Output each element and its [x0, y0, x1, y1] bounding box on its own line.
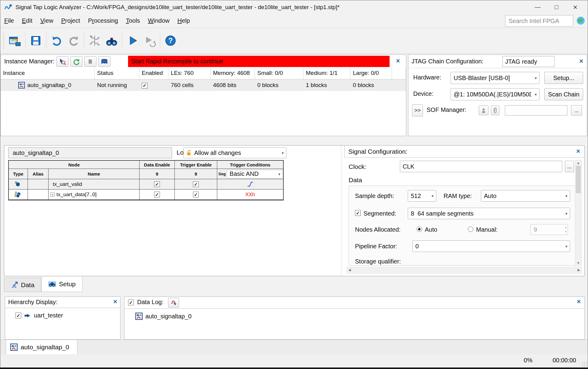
hierarchy-title: Hierarchy Display: — [8, 299, 57, 306]
menu-edit[interactable]: Edit — [18, 14, 36, 28]
sof-browse-button[interactable]: ... — [571, 105, 582, 116]
run-analysis-button[interactable] — [124, 31, 141, 50]
chevron-down-icon: ▾ — [565, 244, 567, 249]
clock-field[interactable]: CLK — [400, 161, 562, 172]
menu-tools[interactable]: Tools — [122, 14, 144, 28]
undo-button[interactable] — [48, 31, 65, 50]
minimize-button[interactable]: — — [528, 0, 547, 14]
ram-type-select[interactable]: Auto ▾ — [481, 190, 570, 202]
run-usage-analysis-button[interactable] — [56, 56, 69, 67]
menu-file[interactable]: File — [0, 14, 18, 28]
close-button[interactable]: × — [566, 0, 585, 14]
resize-grip[interactable] — [582, 361, 586, 366]
lock-mode-select[interactable]: Allow all changes ▾ — [183, 147, 286, 158]
menu-view[interactable]: View — [36, 14, 57, 28]
manual-count-spinner[interactable]: 9 ▴ ▾ — [530, 224, 568, 235]
tab-data[interactable]: Data — [4, 278, 41, 292]
instance-table-row[interactable]: auto_signaltap_0 Not running ✓ 760 cells… — [1, 79, 406, 91]
signal-config-close-icon[interactable]: × — [576, 148, 580, 155]
jtag-panel-close-icon[interactable]: × — [579, 58, 583, 65]
node-header: Node — [9, 161, 140, 169]
segmented-select[interactable]: 8 64 sample segments ▾ — [408, 208, 570, 219]
alias-cell[interactable] — [28, 179, 49, 190]
trigger-condition-value[interactable]: XXh — [217, 190, 283, 200]
scroll-right-icon[interactable]: ▶ — [578, 268, 580, 272]
log-waveform-icon — [170, 299, 177, 306]
trigger-mode-select[interactable]: Basic AND ▾ — [227, 170, 283, 178]
status-bar: 0% 00:00:00 — [0, 354, 588, 367]
data-log-checkbox[interactable]: ✓ — [128, 300, 134, 305]
auto-radio[interactable] — [417, 226, 422, 232]
signaltap-setup-button[interactable] — [86, 31, 103, 50]
toolbar-separator — [46, 32, 46, 49]
read-data-button[interactable] — [98, 56, 110, 67]
enabled-checkbox[interactable]: ✓ — [142, 83, 147, 89]
data-group: Sample depth: 512 ▾ RAM type: Auto ▾ ✓ S… — [349, 186, 578, 266]
menu-project[interactable]: Project — [57, 14, 84, 28]
menu-help[interactable]: Help — [174, 14, 194, 28]
clock-browse-button[interactable]: ... — [565, 161, 574, 172]
device-select[interactable]: @1: 10M50DA(.|ES)/10M50DC ▾ — [451, 88, 539, 100]
scan-chain-button[interactable]: Scan Chain — [544, 88, 583, 100]
menu-window[interactable]: Window — [144, 14, 174, 28]
app-window: Signal Tap Logic Analyzer - C:/Work/FPGA… — [0, 0, 588, 369]
trigger-enable-checkbox[interactable]: ✓ — [193, 192, 199, 197]
scroll-down-icon[interactable]: ▼ — [575, 261, 581, 265]
scroll-left-icon[interactable]: ◀ — [348, 268, 351, 272]
autorun-analysis-button[interactable] — [141, 31, 158, 50]
type-header: Type — [9, 169, 28, 179]
find-button[interactable] — [103, 31, 120, 50]
data-enable-checkbox[interactable]: ✓ — [154, 192, 160, 197]
globe-icon[interactable] — [576, 16, 585, 25]
sample-depth-select[interactable]: 512 ▾ — [408, 190, 436, 202]
setup-tab-icon — [48, 281, 56, 287]
vertical-scrollbar[interactable]: ▲ ▼ — [575, 160, 582, 266]
program-device-button[interactable] — [479, 106, 488, 115]
segmented-checkbox[interactable]: ✓ — [355, 210, 361, 216]
help-button[interactable]: ? — [162, 31, 179, 50]
search-input[interactable] — [505, 15, 573, 27]
maximize-button[interactable]: □ — [547, 0, 566, 14]
trigger-condition-rising-edge[interactable] — [217, 179, 283, 190]
data-log-item[interactable]: auto_signaltap_0 — [135, 313, 191, 320]
chevron-down-icon: ▾ — [278, 172, 280, 176]
sof-file-field[interactable] — [505, 105, 567, 116]
tab-auto-signaltap-0[interactable]: auto_signaltap_0 — [6, 340, 77, 354]
pipeline-factor-select[interactable]: 0 ▾ — [412, 240, 570, 252]
data-log-close-icon[interactable]: × — [577, 298, 581, 305]
node-row[interactable]: R + tx_uart_data[7..0] ✓ ✓ XXh — [9, 190, 283, 200]
seg-label: Seg — [218, 172, 226, 176]
hierarchy-close-icon[interactable]: × — [113, 298, 117, 305]
alias-cell[interactable] — [28, 190, 49, 200]
data-enable-checkbox[interactable]: ✓ — [154, 181, 160, 187]
hierarchy-item[interactable]: ✓ uart_tester — [15, 312, 63, 319]
tab-setup[interactable]: Setup — [41, 277, 83, 292]
menu-processing[interactable]: Processing — [84, 14, 122, 28]
instance-manager-close-icon[interactable]: × — [396, 58, 400, 64]
setup-button[interactable]: Setup... — [544, 72, 583, 84]
node-row[interactable]: R tx_uart_valid ✓ ✓ — [9, 179, 283, 190]
stop-analysis-button[interactable] — [84, 56, 96, 67]
attach-sof-button[interactable] — [491, 106, 499, 115]
hierarchy-item-checkbox[interactable]: ✓ — [15, 313, 21, 318]
manual-radio[interactable] — [468, 226, 473, 232]
rapid-recompile-button[interactable] — [70, 56, 83, 67]
expand-sof-button[interactable]: >> — [412, 104, 423, 116]
trigger-enable-checkbox[interactable]: ✓ — [193, 181, 199, 187]
horizontal-scrollbar[interactable]: ◀ ▶ — [347, 267, 582, 273]
window-title: Signal Tap Logic Analyzer - C:/Work/FPGA… — [15, 4, 340, 11]
spinner-up-icon[interactable]: ▴ — [565, 225, 566, 230]
new-file-button[interactable] — [6, 31, 23, 50]
program-device-icon — [480, 107, 487, 114]
node-name[interactable]: tx_uart_data[7..0] — [56, 192, 96, 198]
spinner-down-icon[interactable]: ▾ — [565, 230, 566, 234]
instance-memory: 4608 bits — [211, 82, 255, 89]
scrollbar-thumb[interactable] — [576, 166, 581, 193]
scroll-up-icon[interactable]: ▲ — [575, 161, 581, 165]
node-name[interactable]: tx_uart_valid — [49, 179, 140, 190]
expand-node-icon[interactable]: + — [50, 193, 55, 197]
save-button[interactable] — [27, 31, 44, 50]
hardware-select[interactable]: USB-Blaster [USB-0] ▾ — [451, 72, 539, 84]
redo-button[interactable] — [65, 31, 82, 50]
data-log-capture-button[interactable] — [168, 298, 179, 307]
